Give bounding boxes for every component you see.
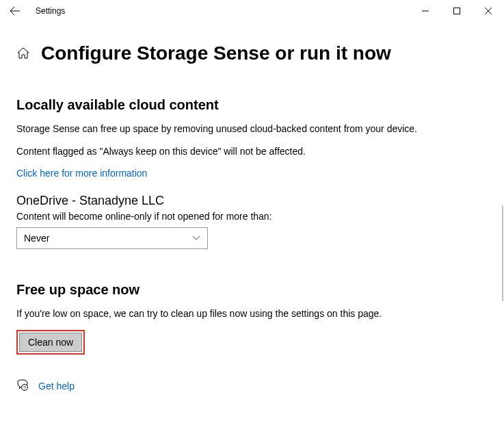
cloud-heading: Locally available cloud content bbox=[16, 97, 488, 113]
dropdown-value: Never bbox=[24, 233, 49, 244]
page-title: Configure Storage Sense or run it now bbox=[41, 42, 391, 64]
minimize-icon bbox=[422, 8, 429, 14]
cloud-desc-2: Content flagged as "Always keep on this … bbox=[16, 145, 488, 158]
free-up-section: Free up space now If you're low on space… bbox=[16, 282, 488, 355]
onedrive-label: Content will become online-only if not o… bbox=[16, 211, 488, 222]
titlebar-left: Settings bbox=[5, 1, 65, 21]
onedrive-heading: OneDrive - Stanadyne LLC bbox=[16, 194, 488, 208]
chevron-down-icon bbox=[192, 235, 200, 241]
free-up-heading: Free up space now bbox=[16, 282, 488, 298]
maximize-button[interactable] bbox=[441, 0, 473, 22]
page-header: Configure Storage Sense or run it now bbox=[16, 42, 488, 64]
back-button[interactable] bbox=[5, 1, 25, 21]
onedrive-subsection: OneDrive - Stanadyne LLC Content will be… bbox=[16, 194, 488, 249]
app-title: Settings bbox=[36, 6, 65, 16]
free-up-desc: If you're low on space, we can try to cl… bbox=[16, 307, 488, 320]
close-icon bbox=[485, 8, 492, 14]
titlebar: Settings bbox=[0, 0, 504, 22]
clean-now-button[interactable]: Clean now bbox=[19, 333, 82, 352]
close-button[interactable] bbox=[473, 0, 504, 22]
onedrive-frequency-dropdown[interactable]: Never bbox=[16, 227, 208, 249]
home-icon[interactable] bbox=[16, 47, 30, 60]
maximize-icon bbox=[453, 8, 460, 14]
content-area: Configure Storage Sense or run it now Lo… bbox=[0, 22, 504, 410]
svg-rect-1 bbox=[454, 8, 460, 14]
get-help-link[interactable]: Get help bbox=[38, 381, 75, 392]
back-arrow-icon bbox=[10, 5, 21, 16]
window-controls bbox=[410, 0, 504, 22]
more-info-link[interactable]: Click here for more information bbox=[16, 168, 147, 179]
svg-text:?: ? bbox=[23, 385, 26, 390]
clean-now-highlight: Clean now bbox=[16, 330, 85, 355]
help-icon[interactable]: ? bbox=[16, 379, 29, 394]
cloud-content-section: Locally available cloud content Storage … bbox=[16, 97, 488, 249]
cloud-desc-1: Storage Sense can free up space by remov… bbox=[16, 123, 488, 136]
minimize-button[interactable] bbox=[410, 0, 441, 22]
help-row: ? Get help bbox=[16, 379, 488, 394]
scrollbar[interactable] bbox=[502, 205, 503, 301]
